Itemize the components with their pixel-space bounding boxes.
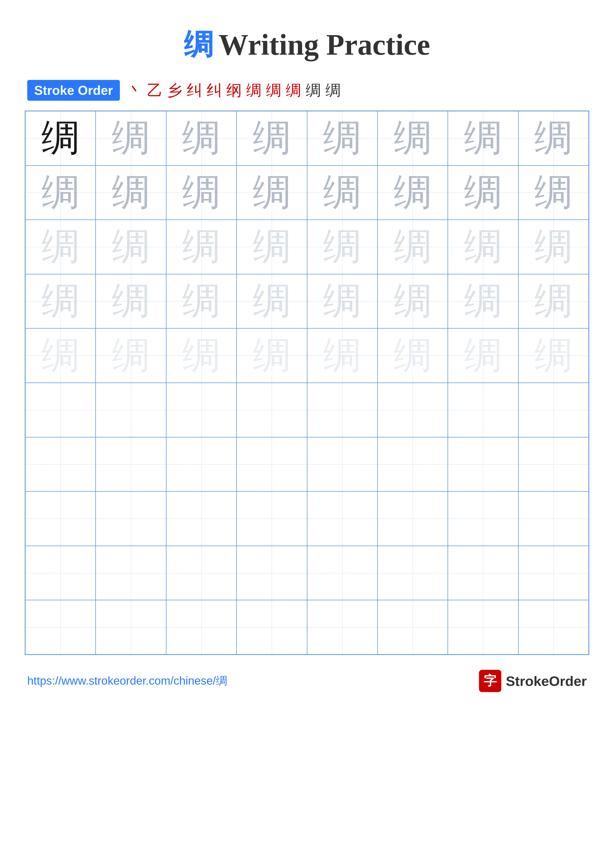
grid-cell[interactable]: 绸 [518,220,589,274]
grid-cell[interactable]: 绸 [25,220,96,274]
grid-cell[interactable]: 绸 [96,111,166,166]
grid-cell-empty[interactable] [236,546,307,600]
grid-cell-empty[interactable] [518,600,589,654]
practice-char: 绸 [393,221,432,273]
grid-cell[interactable]: 绸 [25,166,96,220]
grid-cell[interactable]: 绸 [25,274,96,329]
grid-cell-empty[interactable] [378,546,448,600]
grid-cell-empty[interactable] [166,546,236,600]
grid-cell-empty[interactable] [518,491,589,546]
grid-cell-empty[interactable] [307,383,378,437]
grid-cell-empty[interactable] [448,383,518,437]
grid-cell[interactable]: 绸 [307,111,378,166]
practice-char: 绸 [253,330,291,381]
grid-cell[interactable]: 绸 [448,329,518,383]
practice-char: 绸 [112,275,150,327]
grid-cell[interactable]: 绸 [96,220,166,274]
grid-cell[interactable]: 绸 [378,166,448,220]
grid-cell[interactable]: 绸 [236,274,307,329]
grid-cell[interactable]: 绸 [96,166,166,220]
stroke-seq-11: 绸 [325,80,341,101]
grid-cell-empty[interactable] [96,546,166,600]
practice-char: 绸 [253,221,291,273]
grid-cell[interactable]: 绸 [518,329,589,383]
grid-cell[interactable]: 绸 [448,220,518,274]
grid-cell[interactable]: 绸 [518,274,589,329]
grid-cell[interactable]: 绸 [166,166,236,220]
grid-cell[interactable]: 绸 [166,220,236,274]
grid-cell[interactable]: 绸 [25,329,96,383]
grid-cell[interactable]: 绸 [378,329,448,383]
grid-cell[interactable]: 绸 [307,220,378,274]
grid-cell-empty[interactable] [378,491,448,546]
grid-cell[interactable]: 绸 [236,329,307,383]
practice-char: 绸 [534,221,573,273]
grid-cell[interactable]: 绸 [518,166,589,220]
stroke-order-row: Stroke Order 丶 乙 乡 纠 纠 纲 绸 绸 绸 绸 绸 [25,80,589,101]
grid-cell[interactable]: 绸 [96,274,166,329]
grid-cell-empty[interactable] [236,600,307,654]
grid-cell[interactable]: 绸 [378,220,448,274]
grid-cell-empty[interactable] [96,437,166,491]
grid-cell-empty[interactable] [236,383,307,437]
practice-char: 绸 [534,275,573,327]
grid-cell-empty[interactable] [378,600,448,654]
practice-char: 绸 [464,221,502,273]
grid-cell[interactable]: 绸 [166,329,236,383]
grid-cell[interactable]: 绸 [307,166,378,220]
grid-cell-empty[interactable] [448,437,518,491]
footer-url[interactable]: https://www.strokeorder.com/chinese/绸 [27,673,227,688]
grid-cell-empty[interactable] [96,600,166,654]
grid-cell-empty[interactable] [378,437,448,491]
grid-cell-empty[interactable] [166,600,236,654]
grid-cell-empty[interactable] [518,546,589,600]
practice-char: 绸 [112,167,150,219]
practice-char: 绸 [41,275,80,327]
practice-char: 绸 [464,167,502,219]
grid-cell-empty[interactable] [166,437,236,491]
grid-cell-empty[interactable] [25,491,96,546]
grid-cell-empty[interactable] [25,437,96,491]
grid-cell-empty[interactable] [96,491,166,546]
grid-cell[interactable]: 绸 [378,111,448,166]
footer-brand: 字 StrokeOrder [479,670,587,692]
grid-cell[interactable]: 绸 [448,274,518,329]
grid-cell[interactable]: 绸 [518,111,589,166]
grid-cell[interactable]: 绸 [307,329,378,383]
grid-cell[interactable]: 绸 [448,166,518,220]
grid-cell[interactable]: 绸 [166,274,236,329]
practice-char: 绸 [464,330,502,381]
grid-cell[interactable]: 绸 [307,274,378,329]
grid-cell-empty[interactable] [25,600,96,654]
grid-cell-empty[interactable] [448,600,518,654]
grid-cell-empty[interactable] [518,437,589,491]
grid-cell[interactable]: 绸 [378,274,448,329]
grid-cell-empty[interactable] [378,383,448,437]
grid-cell-empty[interactable] [448,546,518,600]
grid-cell[interactable]: 绸 [236,111,307,166]
practice-char: 绸 [253,167,291,219]
grid-cell-empty[interactable] [307,491,378,546]
practice-char: 绸 [323,112,361,164]
grid-cell-empty[interactable] [166,383,236,437]
grid-cell[interactable]: 绸 [448,111,518,166]
grid-cell-empty[interactable] [25,383,96,437]
grid-cell-empty[interactable] [96,383,166,437]
grid-cell-empty[interactable] [166,491,236,546]
grid-cell[interactable]: 绸 [236,220,307,274]
practice-char: 绸 [323,275,361,327]
grid-cell-empty[interactable] [448,491,518,546]
grid-cell-empty[interactable] [518,383,589,437]
grid-cell-empty[interactable] [307,437,378,491]
grid-cell-empty[interactable] [25,546,96,600]
grid-cell-empty[interactable] [307,546,378,600]
practice-char: 绸 [323,167,361,219]
grid-cell[interactable]: 绸 [25,111,96,166]
grid-cell[interactable]: 绸 [166,111,236,166]
grid-cell[interactable]: 绸 [96,329,166,383]
grid-cell[interactable]: 绸 [236,166,307,220]
grid-cell-empty[interactable] [307,600,378,654]
practice-char: 绸 [323,221,361,273]
grid-cell-empty[interactable] [236,437,307,491]
grid-cell-empty[interactable] [236,491,307,546]
